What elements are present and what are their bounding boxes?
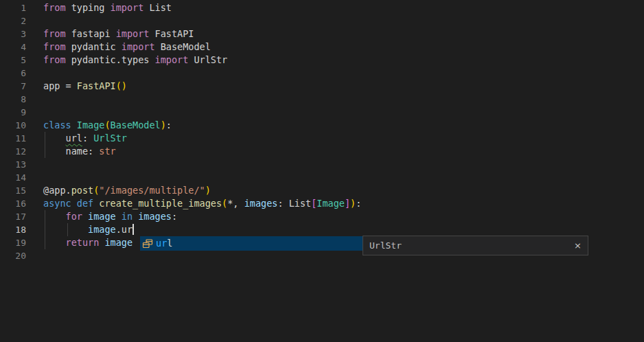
code-line-4[interactable]: 4from pydantic import BaseModel	[0, 41, 644, 54]
line-number: 7	[0, 80, 26, 93]
line-number: 9	[0, 106, 26, 119]
code-text	[26, 106, 644, 119]
code-text: @app.post("/images/multiple/")	[26, 184, 644, 197]
line-number: 16	[0, 197, 26, 210]
code-line-5[interactable]: 5from pydantic.types import UrlStr	[0, 54, 644, 67]
line-number: 17	[0, 210, 26, 223]
code-line-14[interactable]: 14	[0, 171, 644, 184]
suggest-doc-text: UrlStr	[369, 239, 574, 252]
indent-guide	[45, 132, 45, 145]
code-text: name: str	[26, 145, 644, 158]
code-line-7[interactable]: 7app = FastAPI()	[0, 80, 644, 93]
code-text	[26, 171, 644, 184]
code-line-18[interactable]: 18 image.ur	[0, 223, 644, 236]
line-number: 18	[0, 223, 26, 236]
code-line-17[interactable]: 17 for image in images:	[0, 210, 644, 223]
code-lines: 1from typing import List23from fastapi i…	[0, 1, 644, 262]
indent-guide	[45, 223, 45, 236]
code-text: image.ur	[26, 223, 644, 236]
suggest-rest-text: l	[167, 238, 172, 249]
code-text: class Image(BaseModel):	[26, 119, 644, 132]
code-line-2[interactable]: 2	[0, 14, 644, 27]
line-number: 15	[0, 184, 26, 197]
text-cursor	[133, 224, 134, 235]
suggest-item-url[interactable]: url	[156, 237, 172, 250]
line-number: 6	[0, 67, 26, 80]
line-number: 4	[0, 41, 26, 54]
indent-guide	[45, 210, 45, 223]
suggest-widget: url	[140, 236, 363, 251]
code-text	[26, 67, 644, 80]
code-line-12[interactable]: 12 name: str	[0, 145, 644, 158]
code-editor[interactable]: 1from typing import List23from fastapi i…	[0, 0, 644, 342]
code-line-10[interactable]: 10class Image(BaseModel):	[0, 119, 644, 132]
line-number: 11	[0, 132, 26, 145]
code-text: from typing import List	[26, 1, 644, 14]
line-number: 1	[0, 1, 26, 14]
line-number: 10	[0, 119, 26, 132]
code-text: from pydantic import BaseModel	[26, 41, 644, 54]
code-line-3[interactable]: 3from fastapi import FastAPI	[0, 27, 644, 41]
code-text: from fastapi import FastAPI	[26, 27, 644, 41]
suggest-match-text: ur	[156, 238, 167, 249]
line-number: 5	[0, 54, 26, 67]
line-number: 3	[0, 27, 26, 41]
line-number: 2	[0, 14, 26, 27]
code-line-16[interactable]: 16async def create_multiple_images(*, im…	[0, 197, 644, 210]
field-icon	[142, 238, 153, 249]
code-text: async def create_multiple_images(*, imag…	[26, 197, 644, 210]
code-text: for image in images:	[26, 210, 644, 223]
close-icon[interactable]: ×	[574, 241, 582, 250]
code-text: from pydantic.types import UrlStr	[26, 54, 644, 67]
line-number: 13	[0, 158, 26, 171]
code-line-9[interactable]: 9	[0, 106, 644, 119]
indent-guide	[45, 145, 45, 158]
suggest-doc-panel: UrlStr ×	[363, 236, 588, 255]
code-line-11[interactable]: 11 url: UrlStr	[0, 132, 644, 145]
code-line-8[interactable]: 8	[0, 93, 644, 106]
line-number: 12	[0, 145, 26, 158]
indent-guide	[45, 236, 45, 249]
line-number: 8	[0, 93, 26, 106]
code-line-6[interactable]: 6	[0, 67, 644, 80]
line-number: 14	[0, 171, 26, 184]
indent-guide	[67, 223, 68, 236]
code-text: app = FastAPI()	[26, 80, 644, 93]
line-number: 20	[0, 249, 26, 262]
code-line-15[interactable]: 15@app.post("/images/multiple/")	[0, 184, 644, 197]
code-text: url: UrlStr	[26, 132, 644, 145]
code-line-13[interactable]: 13	[0, 158, 644, 171]
code-line-1[interactable]: 1from typing import List	[0, 1, 644, 14]
code-text	[26, 93, 644, 106]
code-text	[26, 158, 644, 171]
line-number: 19	[0, 236, 26, 249]
code-text	[26, 14, 644, 27]
